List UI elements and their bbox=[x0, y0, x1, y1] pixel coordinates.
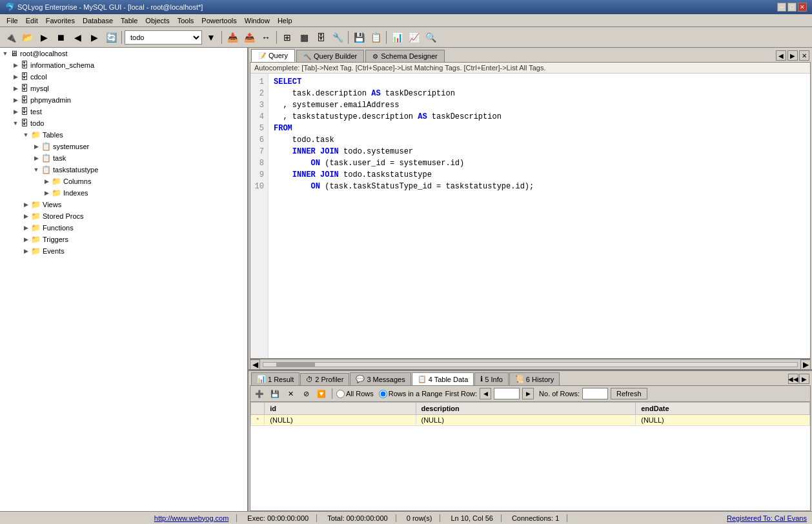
sidebar-item-taskstatustype[interactable]: ▼ 📋 taskstatustype bbox=[0, 164, 247, 176]
menu-powertools[interactable]: Powertools bbox=[198, 15, 240, 26]
open-btn[interactable]: 📂 bbox=[19, 30, 35, 45]
tab-history[interactable]: 📜 6 History bbox=[509, 372, 560, 385]
menu-window[interactable]: Window bbox=[241, 15, 274, 26]
sidebar-item-systemuser[interactable]: ▶ 📋 systemuser bbox=[0, 141, 247, 152]
import-btn[interactable]: 📥 bbox=[225, 30, 240, 45]
first-row-next-btn[interactable]: ▶ bbox=[522, 388, 534, 399]
sidebar-item-stored-procs[interactable]: ▶ 📁 Stored Procs bbox=[0, 210, 247, 222]
save-btn[interactable]: 💾 bbox=[269, 387, 281, 400]
schema-btn[interactable]: 🗄 bbox=[313, 30, 329, 45]
new-connection-btn[interactable]: 🔌 bbox=[3, 30, 18, 45]
forward-btn[interactable]: ▶ bbox=[86, 30, 102, 45]
sidebar-item-test[interactable]: ▶ 🗄 test bbox=[0, 106, 247, 117]
tab-messages-label: 3 Messages bbox=[367, 376, 405, 383]
sql-editor[interactable]: SELECT task.description AS taskDescripti… bbox=[269, 74, 810, 358]
sync-btn[interactable]: ↔ bbox=[258, 30, 274, 45]
menu-table[interactable]: Table bbox=[117, 15, 141, 26]
results-nav-left[interactable]: ◀◀ bbox=[788, 374, 798, 384]
expand-icon: ▶ bbox=[41, 188, 52, 198]
misc3-btn[interactable]: 🔍 bbox=[423, 30, 438, 45]
cell-description[interactable]: (NULL) bbox=[416, 415, 636, 426]
sep-3 bbox=[276, 31, 277, 44]
sidebar-item-task[interactable]: ▶ 📋 task bbox=[0, 152, 247, 164]
menu-tools[interactable]: Tools bbox=[174, 15, 198, 26]
menu-bar: File Edit Favorites Database Table Objec… bbox=[0, 14, 812, 27]
misc2-btn[interactable]: 📈 bbox=[406, 30, 421, 45]
menu-help[interactable]: Help bbox=[274, 15, 296, 26]
first-row-prev-btn[interactable]: ◀ bbox=[480, 388, 491, 399]
tab-nav-right[interactable]: ▶ bbox=[787, 50, 798, 61]
first-row-input[interactable]: 0 bbox=[494, 388, 520, 399]
tab-query[interactable]: 📝 Query bbox=[251, 49, 295, 62]
tree-root[interactable]: ▼ 🖥 root@localhost bbox=[0, 48, 247, 59]
menu-favorites[interactable]: Favorites bbox=[42, 15, 79, 26]
bottom-tab-bar: 📊 1 Result ⏱ 2 Profiler 💬 3 Messages 📋 4… bbox=[249, 370, 812, 385]
restore-btn[interactable]: 📋 bbox=[368, 30, 383, 45]
sidebar-item-tables[interactable]: ▼ 📁 Tables bbox=[0, 129, 247, 141]
maximize-button[interactable]: □ bbox=[787, 3, 797, 12]
refresh-main-btn[interactable]: 🔄 bbox=[103, 30, 119, 45]
tab-table-data[interactable]: 📋 4 Table Data bbox=[412, 372, 474, 385]
sidebar-item-functions[interactable]: ▶ 📁 Functions bbox=[0, 222, 247, 234]
sidebar-item-information_schema[interactable]: ▶ 🗄 information_schema bbox=[0, 59, 247, 71]
tab-query-builder[interactable]: 🔨 Query Builder bbox=[296, 50, 364, 62]
all-rows-input[interactable] bbox=[336, 390, 345, 398]
minimize-button[interactable]: ─ bbox=[777, 3, 786, 12]
add-row-btn[interactable]: ➕ bbox=[253, 387, 266, 400]
menu-objects[interactable]: Objects bbox=[141, 15, 173, 26]
menu-file[interactable]: File bbox=[3, 15, 22, 26]
expand-icon: ▶ bbox=[31, 141, 41, 152]
tab-close-all[interactable]: ✕ bbox=[799, 50, 809, 61]
cancel-btn[interactable]: ⊘ bbox=[299, 387, 312, 400]
all-rows-radio[interactable]: All Rows bbox=[336, 390, 374, 398]
db-action-btn[interactable]: ▼ bbox=[203, 30, 219, 45]
sidebar-item-views[interactable]: ▶ 📁 Views bbox=[0, 199, 247, 210]
menu-edit[interactable]: Edit bbox=[22, 15, 42, 26]
menu-database[interactable]: Database bbox=[79, 15, 117, 26]
tab-messages[interactable]: 💬 3 Messages bbox=[350, 372, 411, 385]
sep-2 bbox=[221, 31, 222, 44]
backup-btn[interactable]: 💾 bbox=[351, 30, 367, 45]
sidebar-item-cdcol[interactable]: ▶ 🗄 cdcol bbox=[0, 71, 247, 83]
results-nav-right[interactable]: ▶ bbox=[799, 374, 809, 384]
tab-schema-designer[interactable]: ⚙ Schema Designer bbox=[365, 50, 444, 62]
sidebar-item-indexes[interactable]: ▶ 📁 Indexes bbox=[0, 187, 247, 199]
sidebar-item-triggers[interactable]: ▶ 📁 Triggers bbox=[0, 234, 247, 245]
cell-enddate[interactable]: (NULL) bbox=[636, 415, 810, 426]
database-selector[interactable]: todo information_schema cdcol mysql phpm… bbox=[125, 30, 202, 45]
tab-result[interactable]: 📊 1 Result bbox=[251, 372, 299, 385]
back-btn[interactable]: ◀ bbox=[70, 30, 85, 45]
close-button[interactable]: ✕ bbox=[798, 3, 807, 12]
cell-id[interactable]: (NULL) bbox=[265, 415, 416, 426]
table-btn[interactable]: ⊞ bbox=[279, 30, 295, 45]
refresh-button[interactable]: Refresh bbox=[611, 388, 647, 399]
scroll-right-btn[interactable]: ▶ bbox=[800, 359, 811, 370]
misc1-btn[interactable]: 📊 bbox=[389, 30, 405, 45]
status-total: Total: 00:00:00:000 bbox=[327, 514, 396, 522]
delete-row-btn[interactable]: ✕ bbox=[284, 387, 297, 400]
rows-in-range-input[interactable] bbox=[379, 390, 387, 398]
rows-in-range-radio[interactable]: Rows in a Range bbox=[379, 390, 443, 398]
sidebar-item-mysql[interactable]: ▶ 🗄 mysql bbox=[0, 83, 247, 94]
tab-nav-left[interactable]: ◀ bbox=[776, 50, 786, 61]
grid-btn[interactable]: ▦ bbox=[296, 30, 312, 45]
horizontal-scrollbar[interactable]: ◀ ▶ bbox=[250, 359, 811, 369]
tools-btn[interactable]: 🔧 bbox=[330, 30, 345, 45]
status-exec: Exec: 00:00:00:000 bbox=[247, 514, 317, 522]
status-url[interactable]: http://www.webyog.com bbox=[154, 514, 238, 522]
table-data-panel: ➕ 💾 ✕ ⊘ 🔽 All Rows Rows in a Range bbox=[250, 385, 811, 511]
sidebar-item-columns[interactable]: ▶ 📁 Columns bbox=[0, 176, 247, 187]
export-btn[interactable]: 📤 bbox=[241, 30, 257, 45]
sidebar-item-todo[interactable]: ▼ 🗄 todo bbox=[0, 117, 247, 129]
query-panel: Autocomplete: [Tab]->Next Tag. [Ctrl+Spa… bbox=[250, 62, 811, 359]
tab-profiler[interactable]: ⏱ 2 Profiler bbox=[300, 373, 349, 385]
sidebar-item-phpmyadmin[interactable]: ▶ 🗄 phpmyadmin bbox=[0, 94, 247, 106]
sidebar-item-events[interactable]: ▶ 📁 Events bbox=[0, 245, 247, 257]
execute-btn[interactable]: ▶ bbox=[36, 30, 52, 45]
tab-info[interactable]: ℹ 5 Info bbox=[474, 372, 509, 385]
data-table-container: id description endDate * (NULL) (NULL) (… bbox=[250, 402, 810, 510]
stop-btn[interactable]: ⏹ bbox=[53, 30, 68, 45]
filter-btn[interactable]: 🔽 bbox=[315, 387, 328, 400]
scroll-left-btn[interactable]: ◀ bbox=[250, 359, 260, 370]
no-of-rows-input[interactable]: 50 bbox=[582, 388, 608, 399]
